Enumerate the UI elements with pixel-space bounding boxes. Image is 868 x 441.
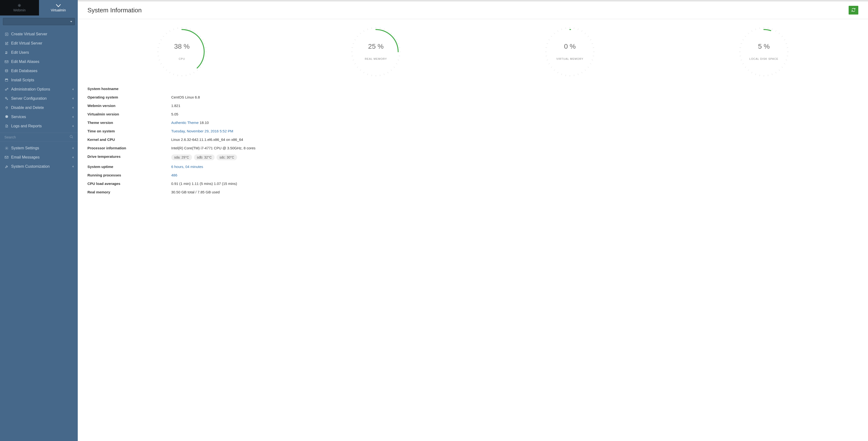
info-value: Intel(R) Core(TM) i7-4771 CPU @ 3.50GHz,… bbox=[171, 146, 255, 150]
svg-line-159 bbox=[748, 33, 749, 34]
svg-line-128 bbox=[768, 28, 768, 29]
svg-line-158 bbox=[745, 36, 746, 37]
svg-line-110 bbox=[565, 75, 566, 76]
refresh-icon bbox=[851, 8, 856, 13]
svg-line-34 bbox=[193, 72, 194, 73]
svg-line-138 bbox=[786, 60, 787, 60]
svg-line-119 bbox=[546, 47, 547, 48]
nav-item-edit-virtual-server[interactable]: Edit Virtual Server bbox=[0, 39, 78, 48]
svg-line-149 bbox=[748, 70, 749, 71]
svg-point-12 bbox=[7, 99, 8, 100]
svg-line-140 bbox=[781, 67, 783, 68]
svg-line-71 bbox=[384, 74, 384, 75]
svg-line-27 bbox=[205, 47, 206, 48]
svg-line-97 bbox=[590, 39, 591, 40]
svg-line-32 bbox=[200, 67, 201, 68]
nav-item-install-scripts[interactable]: Install Scripts bbox=[0, 75, 78, 85]
svg-line-106 bbox=[582, 72, 582, 73]
svg-line-40 bbox=[169, 72, 170, 73]
nav-item-edit-databases[interactable]: Edit Databases bbox=[0, 66, 78, 75]
cogs-icon bbox=[4, 96, 9, 101]
nav-item-label: System Settings bbox=[11, 146, 39, 150]
nav-main: Create Virtual ServerEdit Virtual Server… bbox=[0, 28, 78, 133]
nav-item-edit-mail-aliases[interactable]: Edit Mail Aliases bbox=[0, 57, 78, 66]
svg-line-131 bbox=[779, 33, 780, 34]
svg-line-66 bbox=[398, 60, 399, 60]
info-link[interactable]: 486 bbox=[171, 173, 177, 177]
svg-line-67 bbox=[396, 63, 397, 64]
envelope-icon bbox=[4, 60, 9, 64]
tab-virtualmin[interactable]: Virtualmin bbox=[39, 0, 78, 15]
svg-line-92 bbox=[574, 28, 574, 29]
sidebar: Webmin Virtualmin Create Virtual ServerE… bbox=[0, 0, 78, 441]
nav-item-server-configuration[interactable]: Server Configuration bbox=[0, 94, 78, 103]
svg-line-150 bbox=[745, 67, 746, 68]
svg-line-120 bbox=[547, 43, 548, 44]
page-header: System Information bbox=[78, 1, 868, 19]
svg-line-77 bbox=[360, 70, 361, 71]
svg-line-63 bbox=[399, 47, 400, 48]
info-link[interactable]: Tuesday, November 29, 2016 5:52 PM bbox=[171, 129, 233, 133]
svg-line-101 bbox=[593, 56, 594, 56]
svg-line-76 bbox=[364, 72, 364, 73]
caret-down-icon bbox=[70, 21, 72, 22]
wrench-icon bbox=[4, 164, 9, 169]
domain-dropdown[interactable] bbox=[3, 18, 75, 25]
nav-item-create-virtual-server[interactable]: Create Virtual Server bbox=[0, 30, 78, 39]
svg-line-87 bbox=[360, 33, 361, 34]
nav-item-edit-users[interactable]: Edit Users bbox=[0, 48, 78, 57]
svg-line-43 bbox=[161, 63, 162, 64]
svg-line-134 bbox=[786, 43, 787, 44]
tab-webmin[interactable]: Webmin bbox=[0, 0, 39, 15]
gauge-cpu: 38 % CPU bbox=[155, 26, 209, 77]
nav-item-logs-and-reports[interactable]: Logs and Reports bbox=[0, 122, 78, 131]
info-key: CPU load averages bbox=[87, 181, 171, 185]
info-row: System hostname bbox=[87, 84, 858, 93]
svg-line-50 bbox=[163, 36, 164, 37]
svg-line-60 bbox=[394, 36, 395, 37]
info-value: 5.05 bbox=[171, 112, 178, 116]
chevron-left-icon bbox=[72, 107, 73, 109]
svg-line-124 bbox=[558, 31, 558, 32]
nav-item-label: Create Virtual Server bbox=[11, 32, 47, 36]
nav-item-label: Edit Databases bbox=[11, 69, 37, 73]
nav-bottom-item-email-messages[interactable]: Email Messages bbox=[0, 153, 78, 162]
chevron-left-icon bbox=[72, 156, 73, 158]
nav-item-services[interactable]: Services bbox=[0, 112, 78, 122]
gauge-value: 5 % bbox=[758, 43, 770, 50]
temperature-badge: sdc: 30°C bbox=[217, 155, 237, 160]
gauges: 38 % CPU 25 % REAL MEMORY 0 % VIRTUAL ME… bbox=[78, 19, 868, 82]
gauge-label: VIRTUAL MEMORY bbox=[556, 57, 583, 60]
svg-line-45 bbox=[158, 56, 159, 56]
svg-line-132 bbox=[781, 36, 783, 37]
info-value: 6 hours, 04 minutes bbox=[171, 165, 203, 169]
virtualmin-icon bbox=[56, 3, 61, 8]
info-value: 0.91 (1 min) 1.11 (5 mins) 1.07 (15 mins… bbox=[171, 181, 237, 185]
nav-item-administration-options[interactable]: Administration Options bbox=[0, 85, 78, 94]
info-key: Time on system bbox=[87, 129, 171, 133]
svg-line-26 bbox=[204, 43, 206, 44]
plug-icon bbox=[4, 105, 9, 110]
svg-line-102 bbox=[592, 60, 593, 60]
svg-line-156 bbox=[741, 43, 742, 44]
svg-line-153 bbox=[739, 56, 741, 56]
nav-bottom-item-system-customization[interactable]: System Customization bbox=[0, 162, 78, 171]
svg-line-135 bbox=[786, 47, 788, 48]
svg-line-89 bbox=[367, 29, 368, 30]
nav-bottom-item-system-settings[interactable]: System Settings bbox=[0, 143, 78, 153]
info-row: Time on systemTuesday, November 29, 2016… bbox=[87, 127, 858, 135]
svg-line-152 bbox=[741, 60, 742, 60]
nav-item-label: Disable and Delete bbox=[11, 105, 44, 110]
puzzle-icon bbox=[4, 115, 9, 119]
refresh-button[interactable] bbox=[848, 6, 858, 14]
svg-point-10 bbox=[5, 89, 6, 90]
gauge-virtual-memory: 0 % VIRTUAL MEMORY bbox=[543, 26, 596, 77]
nav-item-disable-and-delete[interactable]: Disable and Delete bbox=[0, 103, 78, 112]
svg-point-15 bbox=[70, 135, 72, 137]
info-link[interactable]: Authentic Theme bbox=[171, 121, 198, 125]
svg-line-114 bbox=[551, 67, 552, 68]
nav-item-label: System Customization bbox=[11, 164, 50, 169]
svg-line-107 bbox=[578, 74, 578, 75]
search-input[interactable] bbox=[4, 135, 69, 139]
info-link[interactable]: 6 hours, 04 minutes bbox=[171, 165, 203, 169]
